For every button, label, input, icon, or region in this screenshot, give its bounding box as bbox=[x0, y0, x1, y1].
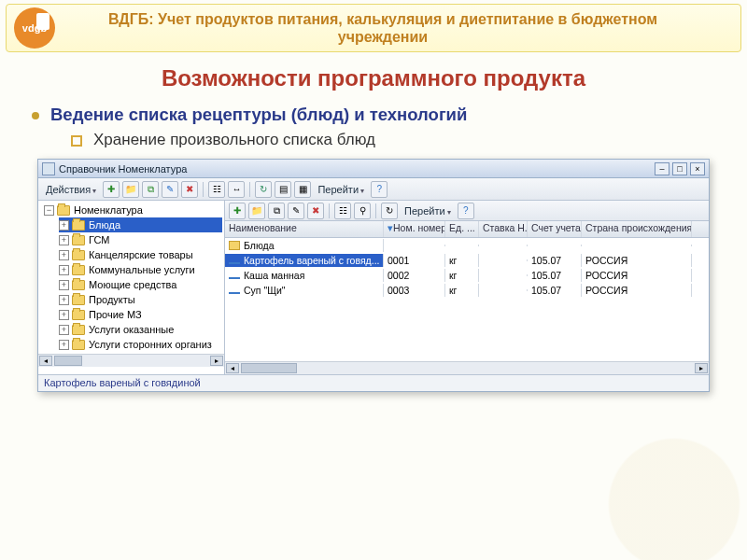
logo-text: vdgb bbox=[22, 22, 47, 34]
expand-icon[interactable]: + bbox=[59, 295, 69, 305]
grid-row[interactable]: Суп "Щи"0003кг105.07РОССИЯ bbox=[225, 283, 709, 298]
folder-icon bbox=[72, 310, 85, 320]
sort-button[interactable]: ▦ bbox=[294, 181, 311, 198]
grid-folder-button[interactable]: 📁 bbox=[248, 203, 265, 219]
bullet-square-icon bbox=[71, 135, 82, 147]
expand-icon[interactable]: + bbox=[59, 325, 69, 335]
cell-ed: кг bbox=[445, 284, 479, 297]
tree-item-label: Моющие средства bbox=[89, 279, 176, 290]
grid-goto-menu[interactable]: Перейти bbox=[401, 205, 455, 217]
window-title: Справочник Номенклатура bbox=[59, 163, 655, 175]
tree-item[interactable]: +Продукты bbox=[59, 292, 222, 307]
maximize-button[interactable]: □ bbox=[672, 162, 687, 175]
slide-heading: Возможности программного продукта bbox=[0, 65, 747, 91]
tree-item[interactable]: +Блюда bbox=[59, 217, 222, 232]
tree-h-scrollbar[interactable]: ◂ ▸ bbox=[38, 354, 224, 367]
item-icon bbox=[229, 292, 240, 294]
hierarchy-button[interactable]: ☷ bbox=[208, 181, 225, 198]
expand-icon[interactable]: + bbox=[59, 220, 69, 231]
cell-schet: 105.07 bbox=[528, 254, 582, 267]
tree-item-label: Блюда bbox=[89, 219, 120, 231]
expand-icon[interactable]: + bbox=[59, 265, 69, 275]
cell-num: 0002 bbox=[384, 269, 445, 282]
tree-root[interactable]: − Номенклатура bbox=[44, 203, 222, 217]
cell-stavka bbox=[479, 259, 528, 261]
tree-item-label: Услуги оказанные bbox=[89, 324, 174, 335]
collapse-icon[interactable]: − bbox=[44, 205, 54, 216]
grid-help-button[interactable]: ? bbox=[458, 203, 474, 219]
expand-icon[interactable]: + bbox=[59, 250, 69, 260]
scroll-thumb[interactable] bbox=[54, 356, 82, 366]
grid-header[interactable]: Наименование ▾Ном. номер Ед. ... Ставка … bbox=[225, 221, 709, 238]
add-copy-button[interactable]: ⧉ bbox=[142, 181, 159, 198]
folder-icon bbox=[72, 265, 85, 275]
grid-folder-row[interactable]: Блюда bbox=[225, 238, 709, 253]
toolbar-separator bbox=[329, 203, 330, 218]
grid-copy-button[interactable]: ⧉ bbox=[268, 203, 285, 219]
add-button[interactable]: ✚ bbox=[103, 181, 120, 198]
cell-stavka bbox=[479, 289, 528, 291]
tree-item-label: Продукты bbox=[89, 294, 135, 305]
grid-refresh-button[interactable]: ↻ bbox=[381, 203, 398, 219]
move-button[interactable]: ↔ bbox=[228, 181, 245, 198]
col-stavka[interactable]: Ставка Н... bbox=[479, 221, 528, 237]
titlebar[interactable]: Справочник Номенклатура – □ × bbox=[38, 160, 709, 178]
tree-item[interactable]: +Прочие МЗ bbox=[59, 307, 222, 322]
scroll-thumb[interactable] bbox=[241, 363, 297, 373]
tree-root-label: Номенклатура bbox=[74, 204, 143, 216]
filter-button[interactable]: ▤ bbox=[275, 181, 291, 198]
cell-country: РОССИЯ bbox=[582, 269, 692, 282]
tree-item-label: Прочие МЗ bbox=[89, 309, 142, 320]
grid-h-scrollbar[interactable]: ◂ ▸ bbox=[225, 361, 709, 374]
expand-icon[interactable]: + bbox=[59, 280, 69, 290]
cell-name: Суп "Щи" bbox=[244, 285, 286, 296]
goto-menu[interactable]: Перейти bbox=[314, 184, 368, 195]
expand-icon[interactable]: + bbox=[59, 235, 69, 245]
tree-item[interactable]: +Моющие средства bbox=[59, 277, 222, 292]
cell-ed: кг bbox=[445, 254, 479, 267]
folder-icon bbox=[72, 235, 85, 245]
grid-edit-button[interactable]: ✎ bbox=[288, 203, 304, 219]
toolbar-separator bbox=[249, 182, 250, 197]
tree-item[interactable]: +Услуги сторонних организ bbox=[59, 337, 222, 352]
cell-schet: 105.07 bbox=[528, 284, 582, 297]
col-ed[interactable]: Ед. ... bbox=[445, 221, 479, 237]
col-schet[interactable]: Счет учета bbox=[528, 221, 582, 237]
folder-icon bbox=[72, 250, 85, 260]
tree-item[interactable]: +Коммунальные услуги bbox=[59, 262, 222, 277]
tree-item[interactable]: +ГСМ bbox=[59, 232, 222, 247]
scroll-left-icon[interactable]: ◂ bbox=[39, 356, 52, 366]
scroll-left-icon[interactable]: ◂ bbox=[226, 363, 239, 373]
folder-icon bbox=[72, 325, 85, 335]
minimize-button[interactable]: – bbox=[655, 162, 669, 175]
bullet2-text: Хранение произвольного списка блюд bbox=[93, 131, 375, 149]
scroll-right-icon[interactable]: ▸ bbox=[210, 356, 223, 366]
actions-menu[interactable]: Действия bbox=[42, 184, 100, 195]
folder-icon bbox=[72, 220, 85, 231]
close-button[interactable]: × bbox=[690, 162, 705, 175]
grid-row[interactable]: Каша манная0002кг105.07РОССИЯ bbox=[225, 268, 709, 283]
grid-add-button[interactable]: ✚ bbox=[229, 203, 246, 219]
col-num: ▾Ном. номер bbox=[384, 221, 445, 237]
expand-icon[interactable]: + bbox=[59, 310, 69, 320]
scroll-right-icon[interactable]: ▸ bbox=[695, 363, 708, 373]
add-folder-button[interactable]: 📁 bbox=[122, 181, 139, 198]
cell-country: РОССИЯ bbox=[582, 284, 692, 297]
expand-icon[interactable]: + bbox=[59, 340, 69, 350]
tree-pane: − Номенклатура +Блюда+ГСМ+Канцелярские т… bbox=[38, 201, 225, 374]
refresh-button[interactable]: ↻ bbox=[255, 181, 272, 198]
grid-delete-button[interactable]: ✖ bbox=[307, 203, 324, 219]
col-country[interactable]: Страна происхождения bbox=[582, 221, 692, 237]
grid-row[interactable]: Картофель вареный с говяд...0001кг105.07… bbox=[225, 253, 709, 268]
tree-item[interactable]: +Канцелярские товары bbox=[59, 247, 222, 262]
grid-hier-button[interactable]: ☷ bbox=[334, 203, 351, 219]
vdgb-logo: vdgb bbox=[14, 7, 55, 49]
banner-title: ВДГБ: Учет продуктов питания, калькуляци… bbox=[63, 7, 740, 49]
bullet-level1: Ведение списка рецептуры (блюд) и технол… bbox=[32, 105, 747, 125]
col-name[interactable]: Наименование bbox=[225, 221, 384, 237]
tree-item[interactable]: +Услуги оказанные bbox=[59, 322, 222, 337]
grid-find-button[interactable]: ⚲ bbox=[354, 203, 371, 219]
help-button[interactable]: ? bbox=[371, 181, 388, 198]
delete-button[interactable]: ✖ bbox=[181, 181, 198, 198]
edit-button[interactable]: ✎ bbox=[162, 181, 178, 198]
